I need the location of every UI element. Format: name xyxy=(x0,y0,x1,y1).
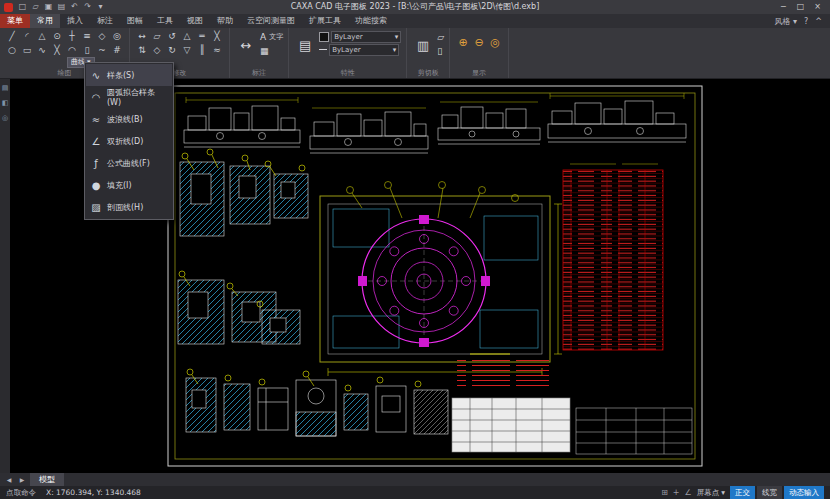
ribbon-tab[interactable]: 常用 xyxy=(30,14,60,28)
minimize-button[interactable]: ─ xyxy=(775,0,792,14)
draw-tool-icon[interactable]: ◇ xyxy=(95,30,109,43)
tab-model[interactable]: 模型 xyxy=(30,473,64,486)
app-window: □▱▣▤↶↷▾ CAXA CAD 电子图板 2023 - [B:\公司产品\电子… xyxy=(0,0,830,499)
close-button[interactable]: × xyxy=(809,0,826,14)
ribbon-tab[interactable]: 云空间测量图 xyxy=(240,14,302,28)
color-swatch[interactable] xyxy=(319,32,329,42)
snap-mode-dropdown[interactable]: 屏幕点 ▾ xyxy=(697,488,725,498)
panel-icon[interactable]: ◧ xyxy=(2,99,9,107)
ribbon-tab[interactable]: 插入 xyxy=(60,14,90,28)
draw-tool-icon[interactable]: ∿ xyxy=(35,44,49,57)
style-dropdown[interactable]: 风格 ▾ xyxy=(774,16,797,27)
draw-tool-icon[interactable]: ◠ xyxy=(65,44,79,57)
linetype-bylayer-select[interactable]: ByLayer ▾ xyxy=(329,44,399,56)
draw-tool-icon[interactable]: ◜ xyxy=(20,30,34,43)
qat-icon[interactable]: ↶ xyxy=(68,0,81,14)
dropdown-menu-item[interactable]: ∠ 双折线(D) xyxy=(86,130,172,152)
modify-tool-icon[interactable]: ↺ xyxy=(165,30,179,43)
curve-dropdown-menu: ∿ 样条(S) ◠ 圆弧拟合样条(W) ≈ 波浪线(B) ∠ 双折线(D) ƒ … xyxy=(84,62,174,220)
draw-tool-icon[interactable]: ≡ xyxy=(80,30,94,43)
paste-button[interactable]: ▥ xyxy=(412,30,434,60)
qat-icon[interactable]: ▣ xyxy=(42,0,55,14)
ribbon-group-properties: ▤ ByLayer ▾ ByLayer ▾ 特性 xyxy=(289,28,407,78)
ribbon-tab[interactable]: 帮助 xyxy=(210,14,240,28)
modify-tool-icon[interactable]: ▽ xyxy=(180,44,194,57)
ribbon-group-annotate: ↔ A 文字 ▦ 标注 xyxy=(230,28,289,78)
ribbon-tab[interactable]: 功能搜索 xyxy=(348,14,394,28)
draw-tool-icon[interactable]: ◎ xyxy=(110,30,124,43)
panel-icon[interactable]: ◎ xyxy=(2,114,8,122)
text-button[interactable]: A 文字 xyxy=(260,31,283,43)
modify-tool-icon[interactable]: ◇ xyxy=(150,44,164,57)
group-label-annotate: 标注 xyxy=(230,68,288,78)
modify-tool-icon[interactable]: △ xyxy=(180,30,194,43)
zoom-icon[interactable]: ⊖ xyxy=(471,30,487,68)
draw-tool-icon[interactable]: ▯ xyxy=(80,44,94,57)
draw-tool-icon[interactable]: ╱ xyxy=(5,30,19,43)
qat-icon[interactable]: ▾ xyxy=(94,0,107,14)
dropdown-menu-item[interactable]: ◠ 圆弧拟合样条(W) xyxy=(86,86,172,108)
menu-item-label: 样条(S) xyxy=(107,70,134,81)
angle-snap-icon[interactable]: ∠ xyxy=(685,488,692,497)
draw-tool-icon[interactable]: △ xyxy=(35,30,49,43)
dropdown-menu-item[interactable]: ≈ 波浪线(B) xyxy=(86,108,172,130)
qat-icon[interactable]: ▤ xyxy=(55,0,68,14)
mode-toggle[interactable]: 正交 xyxy=(730,486,755,499)
dropdown-menu-item[interactable]: ▨ 剖面线(H) xyxy=(86,196,172,218)
dimension-button[interactable]: ↔ xyxy=(235,30,257,60)
bylayer-value: ByLayer xyxy=(332,46,360,54)
mode-toggles: 正交线宽动态输入 xyxy=(730,486,824,499)
help-icon[interactable]: ? xyxy=(804,17,808,26)
qat-icon[interactable]: □ xyxy=(16,0,29,14)
layers-icon[interactable]: ▤ xyxy=(294,30,316,60)
mode-toggle[interactable]: 动态输入 xyxy=(784,486,824,499)
ribbon-tab[interactable]: 扩展工具 xyxy=(302,14,348,28)
table-icon: ▦ xyxy=(260,46,269,56)
clipboard-small-buttons: ▱▯ xyxy=(437,30,444,68)
qat-icon[interactable]: ▱ xyxy=(29,0,42,14)
group-label-properties: 特性 xyxy=(289,68,406,78)
zoom-icon[interactable]: ⊕ xyxy=(455,30,471,68)
draw-tool-icon[interactable]: ○ xyxy=(5,44,19,57)
modify-tool-icon[interactable]: ⇅ xyxy=(135,44,149,57)
panel-icon[interactable]: ▤ xyxy=(2,84,9,92)
draw-tool-icon[interactable]: ~ xyxy=(95,44,109,57)
draw-tool-icon[interactable]: ┼ xyxy=(65,30,79,43)
next-tab-icon[interactable]: ▶ xyxy=(17,476,27,483)
ribbon-tab[interactable]: 标注 xyxy=(90,14,120,28)
clipboard-icon[interactable]: ▯ xyxy=(437,45,444,57)
zoom-icon[interactable]: ◎ xyxy=(487,30,503,68)
draw-tool-icon[interactable]: # xyxy=(110,44,124,57)
modify-tool-icon[interactable]: ═ xyxy=(195,30,209,43)
modify-tool-icon[interactable]: ↔ xyxy=(135,30,149,43)
grid-icon[interactable]: ⊞ xyxy=(661,488,668,497)
draw-tool-icon[interactable]: ▭ xyxy=(20,44,34,57)
collapse-ribbon-icon[interactable]: ^ xyxy=(815,17,822,26)
ribbon-tab[interactable]: 图幅 xyxy=(120,14,150,28)
modify-tool-icon[interactable]: ▱ xyxy=(150,30,164,43)
dropdown-menu-item[interactable]: ƒ 公式曲线(F) xyxy=(86,152,172,174)
modify-tool-icon[interactable]: ≈ xyxy=(210,44,224,57)
ribbon-tab[interactable]: 视图 xyxy=(180,14,210,28)
dropdown-menu-item[interactable]: ∿ 样条(S) xyxy=(86,64,172,86)
maximize-button[interactable]: □ xyxy=(792,0,809,14)
group-label-clipboard: 剪切板 xyxy=(407,68,449,78)
curve-type-icon: ∿ xyxy=(89,70,103,81)
modify-tool-icon[interactable]: ↻ xyxy=(165,44,179,57)
draw-tool-icon[interactable]: ⊙ xyxy=(50,30,64,43)
ribbon-tab-row: 菜单常用插入标注图幅工具视图帮助云空间测量图扩展工具功能搜索 风格 ▾ ? ^ xyxy=(0,14,830,28)
clipboard-icon[interactable]: ▱ xyxy=(437,31,444,43)
modify-tool-icon[interactable]: ║ xyxy=(195,44,209,57)
qat-icon[interactable]: ↷ xyxy=(81,0,94,14)
curve-type-icon: ƒ xyxy=(89,158,103,169)
crosshair-icon[interactable]: + xyxy=(673,488,680,497)
color-bylayer-select[interactable]: ByLayer ▾ xyxy=(331,31,401,43)
dropdown-menu-item[interactable]: ● 填充(I) xyxy=(86,174,172,196)
prev-tab-icon[interactable]: ◀ xyxy=(4,476,14,483)
ribbon-tab[interactable]: 菜单 xyxy=(0,14,30,28)
table-button[interactable]: ▦ xyxy=(260,45,283,57)
mode-toggle[interactable]: 线宽 xyxy=(757,486,782,499)
modify-tool-icon[interactable]: ╳ xyxy=(210,30,224,43)
ribbon-tab[interactable]: 工具 xyxy=(150,14,180,28)
draw-tool-icon[interactable]: ╳ xyxy=(50,44,64,57)
